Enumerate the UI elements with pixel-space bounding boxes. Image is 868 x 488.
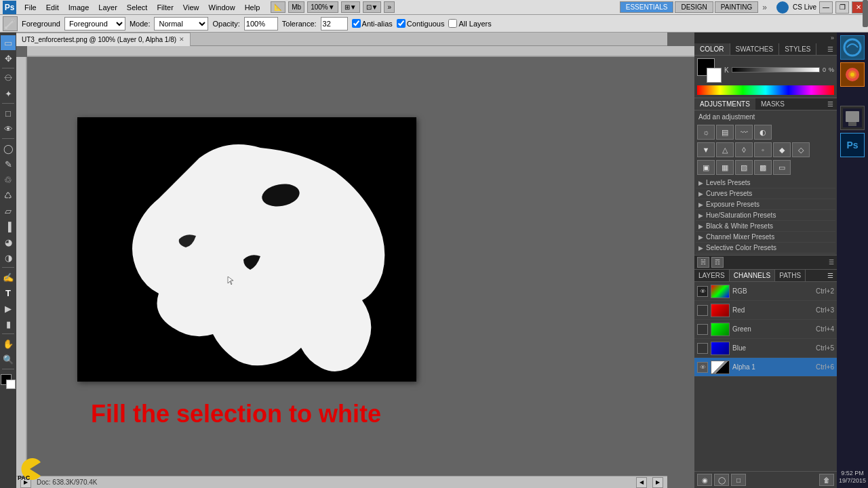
adj-item-curves[interactable]: ▶Curves Presets <box>696 188 835 199</box>
tool-history[interactable]: ♺ <box>1 188 16 203</box>
channel-red[interactable]: Red Ctrl+3 <box>694 301 837 320</box>
tab-masks[interactable]: MASKS <box>755 98 790 110</box>
workspace-essentials[interactable]: ESSENTIALS <box>620 1 674 13</box>
channel-rgb[interactable]: 👁 RGB Ctrl+2 <box>694 282 837 301</box>
restore-btn[interactable]: ❐ <box>835 1 849 14</box>
tab-channels[interactable]: CHANNELS <box>730 270 775 281</box>
panel-action-2[interactable]: ☶ <box>711 257 724 268</box>
more-btn[interactable]: » <box>384 1 395 13</box>
workspace-more[interactable]: » <box>760 3 770 12</box>
adj-btn-colorbalance[interactable]: ◊ <box>735 142 753 157</box>
mb-icon[interactable]: Mb <box>288 1 304 13</box>
win-icon-firefox[interactable] <box>840 62 865 87</box>
adj-btn-threshold[interactable]: ▧ <box>735 160 753 175</box>
tab-swatches[interactable]: SWATCHES <box>730 43 780 55</box>
tool-zoom[interactable]: 🔍 <box>1 352 16 367</box>
cs-live-label[interactable]: CS Live <box>793 3 816 11</box>
tool-dodge[interactable]: ◑ <box>1 250 16 265</box>
workspace-design[interactable]: DESIGN <box>675 1 713 13</box>
tool-eraser[interactable]: ▱ <box>1 203 16 218</box>
tool-lasso[interactable]: ⦵ <box>1 70 16 85</box>
tab-layers[interactable]: LAYERS <box>694 270 730 281</box>
background-swatch[interactable] <box>707 68 722 83</box>
adj-btn-levels[interactable]: ▤ <box>716 125 734 140</box>
adj-btn-gradient-map[interactable]: ▩ <box>754 160 772 175</box>
document-tab[interactable]: UT3_enforcertest.png @ 100% (Layer 0, Al… <box>16 33 191 46</box>
contiguous-check[interactable]: Contiguous <box>397 19 445 28</box>
menu-layer[interactable]: Layer <box>94 2 121 13</box>
win-icon-ie[interactable] <box>840 35 865 60</box>
tool-gradient[interactable]: ▐ <box>1 219 16 234</box>
tool-crop[interactable]: □ <box>1 106 16 121</box>
menu-edit[interactable]: Edit <box>42 2 63 13</box>
menu-filter[interactable]: Filter <box>153 2 177 13</box>
color-spectrum[interactable] <box>697 85 834 95</box>
foreground-select[interactable]: Foreground <box>64 17 125 30</box>
adj-btn-brightness[interactable]: ☼ <box>697 125 715 140</box>
channel-delete[interactable]: 🗑 <box>819 474 834 486</box>
tool-clone[interactable]: ♲ <box>1 172 16 187</box>
mode-icon[interactable]: 📐 <box>271 1 285 13</box>
adj-panel-menu[interactable]: ☰ <box>824 98 837 110</box>
arrange-btn[interactable]: ⊞▼ <box>341 1 360 13</box>
adj-btn-invert[interactable]: ▣ <box>697 160 715 175</box>
tool-brush[interactable]: ✎ <box>1 157 16 171</box>
extras-btn[interactable]: ⊡▼ <box>363 1 382 13</box>
tab-close-btn[interactable]: ✕ <box>179 36 184 43</box>
menu-image[interactable]: Image <box>64 2 94 13</box>
opacity-input[interactable] <box>244 17 278 30</box>
tolerance-input[interactable] <box>321 17 348 30</box>
tab-paths[interactable]: PATHS <box>775 270 806 281</box>
magic-wand-icon[interactable] <box>3 16 18 31</box>
adj-btn-curves[interactable]: 〰 <box>735 125 753 140</box>
channel-green[interactable]: Green Ctrl+4 <box>694 320 837 339</box>
minimize-btn[interactable]: — <box>819 1 833 14</box>
menu-view[interactable]: View <box>179 2 203 13</box>
menu-file[interactable]: File <box>20 2 41 13</box>
adj-btn-exposure[interactable]: ◐ <box>754 125 772 140</box>
layers-panel-menu[interactable]: ☰ <box>829 259 834 266</box>
tool-type[interactable]: T <box>1 285 16 300</box>
tool-move[interactable]: ✥ <box>1 51 16 66</box>
win-icon-ps[interactable]: Ps <box>840 133 865 157</box>
adj-btn-hue[interactable]: △ <box>716 142 734 157</box>
tool-healing[interactable]: ◯ <box>1 141 16 156</box>
zoom-btn[interactable]: 100%▼ <box>307 1 338 13</box>
channel-sel-save[interactable]: ◯ <box>714 474 729 486</box>
tool-hand[interactable]: ✋ <box>1 336 16 351</box>
channel-red-eye[interactable] <box>697 305 708 316</box>
tab-adjustments[interactable]: ADJUSTMENTS <box>694 98 755 110</box>
adj-btn-channelmixer[interactable]: ◇ <box>792 142 810 157</box>
mode-select[interactable]: Normal <box>154 17 208 30</box>
channel-rgb-eye[interactable]: 👁 <box>697 286 708 297</box>
channel-alpha1[interactable]: 👁 Alpha 1 Ctrl+6 <box>694 358 837 377</box>
nav-next-btn[interactable]: ▶ <box>652 477 663 488</box>
color-swatch-area[interactable] <box>1 374 16 389</box>
channel-blue[interactable]: Blue Ctrl+5 <box>694 339 837 358</box>
win-icon-image[interactable] <box>840 106 865 130</box>
channel-alpha1-eye[interactable]: 👁 <box>697 362 708 373</box>
adj-btn-photofilter[interactable]: ◆ <box>773 142 791 157</box>
photoshop-canvas[interactable] <box>77 117 416 382</box>
adj-btn-vibrance[interactable]: ▼ <box>697 142 715 157</box>
tool-eyedropper[interactable]: 👁 <box>1 121 16 136</box>
fg-bg-box[interactable] <box>697 58 722 83</box>
nav-prev-btn[interactable]: ◀ <box>636 477 647 488</box>
adj-btn-bw[interactable]: ◦ <box>754 142 772 157</box>
tool-pen[interactable]: ✍ <box>1 270 16 285</box>
adj-item-channelmixer[interactable]: ▶Channel Mixer Presets <box>696 232 835 243</box>
channel-blue-eye[interactable] <box>697 343 708 354</box>
tool-magic-wand[interactable]: ✦ <box>1 86 16 101</box>
panel-action-1[interactable]: ☵ <box>697 257 709 268</box>
adj-item-exposure[interactable]: ▶Exposure Presets <box>696 199 835 210</box>
panel-collapse-icon[interactable]: » <box>831 35 834 41</box>
tab-styles[interactable]: STYLES <box>779 43 816 55</box>
menu-window[interactable]: Window <box>205 2 239 13</box>
channel-green-eye[interactable] <box>697 324 708 335</box>
tab-color[interactable]: COLOR <box>694 43 730 55</box>
adj-btn-selective-color[interactable]: ▭ <box>773 160 791 175</box>
all-layers-check[interactable]: All Layers <box>448 19 491 28</box>
layers-panel-collapse[interactable]: ☰ <box>824 270 837 281</box>
background-color[interactable] <box>6 380 16 389</box>
menu-select[interactable]: Select <box>123 2 152 13</box>
